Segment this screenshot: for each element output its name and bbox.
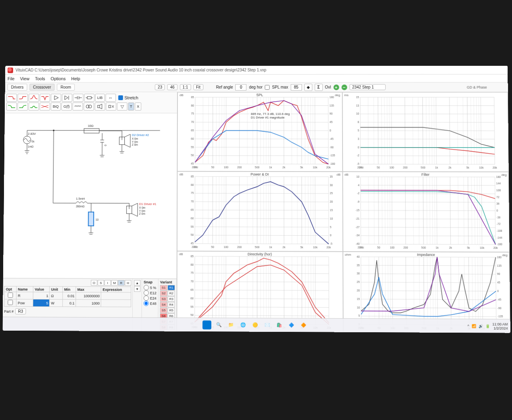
- tool-highpass[interactable]: [18, 94, 28, 102]
- var-r1[interactable]: R1: [167, 285, 175, 290]
- spl-max-input[interactable]: [291, 84, 302, 90]
- snap-e48[interactable]: E48: [144, 301, 156, 306]
- spl-max-checkbox[interactable]: [265, 85, 270, 89]
- snap-5pct[interactable]: 5 %: [144, 285, 156, 290]
- volume-icon[interactable]: 🔊: [479, 324, 483, 328]
- tool-speaker[interactable]: [95, 103, 105, 110]
- mode-s[interactable]: S: [98, 280, 104, 286]
- tool-gf[interactable]: G(f): [61, 103, 71, 110]
- sigma-icon[interactable]: Σ: [315, 83, 323, 91]
- snap-e24[interactable]: E24: [144, 296, 156, 301]
- mode-h[interactable]: H: [125, 280, 131, 286]
- tool-inductor[interactable]: [72, 103, 83, 110]
- chart-spl[interactable]: SPL dB deg 885 Hz, 77.3 dB, 110.6 deg D1…: [177, 92, 343, 172]
- start-icon[interactable]: [203, 320, 211, 329]
- ref-angle-input[interactable]: [235, 84, 246, 91]
- tool-biq[interactable]: BiQ: [51, 103, 61, 110]
- tray-chevron-icon[interactable]: ^: [467, 324, 469, 328]
- tab-drivers[interactable]: Drivers: [8, 84, 27, 91]
- tool-peak[interactable]: [29, 103, 39, 110]
- var-r5[interactable]: R5: [167, 308, 175, 313]
- tool-resistor[interactable]: [84, 94, 95, 102]
- menu-view[interactable]: View: [20, 76, 30, 81]
- l1[interactable]: 1.5mH 280mΩ: [76, 197, 91, 208]
- table-row[interactable]: Pow 5 W 0.1 1000: [4, 299, 131, 307]
- tool-cross[interactable]: [39, 103, 50, 110]
- param-table[interactable]: Opt Name Value Unit Min Max Expression R: [4, 286, 131, 307]
- menu-help[interactable]: Help: [71, 76, 80, 81]
- tool-transformer[interactable]: [83, 103, 94, 110]
- var-r2[interactable]: R2: [167, 291, 175, 296]
- mode-m[interactable]: M: [111, 280, 118, 286]
- tool-x[interactable]: X: [135, 103, 141, 110]
- tool-lib[interactable]: LIB: [95, 94, 105, 102]
- var-s1[interactable]: S1: [160, 285, 167, 290]
- tool-capacitor[interactable]: [73, 94, 83, 102]
- menu-file[interactable]: File: [8, 76, 15, 81]
- ovl-remove-button[interactable]: −: [341, 84, 347, 90]
- battery-icon[interactable]: 🔋: [485, 324, 490, 328]
- zoom-a[interactable]: 23: [155, 84, 165, 90]
- mode-r[interactable]: R: [118, 280, 124, 286]
- chart-power-di[interactable]: Power & DI dB dB 20501002005001k2k5k10k2…: [177, 172, 343, 252]
- var-r3[interactable]: R3: [167, 296, 175, 302]
- tool-play[interactable]: [51, 94, 61, 102]
- move-up-button[interactable]: ▲: [134, 280, 140, 286]
- stretch-checkbox[interactable]: [118, 95, 123, 100]
- var-r4[interactable]: R4: [167, 302, 175, 307]
- snap-e12[interactable]: E12: [144, 290, 156, 296]
- schematic-canvas[interactable]: 2.83V 0s 1mΩ 10Ω: [3, 113, 177, 279]
- clock-date[interactable]: 1/2/2024: [492, 326, 508, 330]
- tool-mute[interactable]: [106, 103, 116, 110]
- spinner-icon[interactable]: ◆: [304, 83, 312, 91]
- tool-t[interactable]: T: [128, 103, 134, 110]
- menu-tools[interactable]: Tools: [35, 76, 45, 81]
- opt-r-check[interactable]: [6, 292, 15, 298]
- move-down-button[interactable]: ▼: [134, 286, 140, 292]
- driver-2[interactable]: D2 Driver #2 X 0m Y 0m Z 0m: [119, 133, 149, 153]
- ovl-add-button[interactable]: +: [333, 84, 339, 90]
- zoom-ratio[interactable]: 1:1: [180, 84, 191, 90]
- chrome-icon[interactable]: 🟡: [251, 320, 260, 329]
- mode-o[interactable]: O: [91, 280, 97, 286]
- chart-gd-phase[interactable]: ms 20501002005001k2k5k10k20k-5-203581013…: [342, 92, 509, 172]
- search-icon[interactable]: 🔍: [215, 320, 223, 329]
- clock-time[interactable]: 11:00 AM: [492, 322, 508, 326]
- tool-arrow[interactable]: ↔: [105, 94, 116, 102]
- vituix-tb-icon[interactable]: 🔶: [299, 321, 308, 330]
- explorer-icon[interactable]: 📁: [226, 320, 235, 329]
- tool-tri[interactable]: ▽: [117, 103, 127, 110]
- zoom-b[interactable]: 46: [167, 84, 177, 90]
- tab-crossover[interactable]: Crossover: [30, 84, 55, 91]
- tab-room[interactable]: Room: [57, 84, 75, 91]
- tool-play-alt[interactable]: [62, 94, 72, 102]
- app-icon-tb[interactable]: 🔷: [287, 321, 296, 330]
- var-s4[interactable]: S4: [160, 302, 167, 307]
- var-s2[interactable]: S2: [160, 291, 167, 296]
- var-s3[interactable]: S3: [160, 296, 167, 302]
- tool-lowpass[interactable]: [6, 94, 17, 102]
- part-value[interactable]: R3: [15, 308, 26, 314]
- r-top[interactable]: 10Ω: [84, 124, 99, 133]
- zoom-fit[interactable]: Fit: [193, 84, 203, 90]
- edge-icon[interactable]: 🌐: [239, 320, 248, 329]
- vert-cap[interactable]: 0: [100, 133, 107, 157]
- opt-pow-check[interactable]: [6, 300, 15, 305]
- tool-bandpass[interactable]: [29, 94, 39, 102]
- svg-text:60: 60: [191, 217, 194, 219]
- var-s5[interactable]: S5: [160, 308, 167, 313]
- cap-selected[interactable]: 10: [88, 203, 98, 234]
- step-name[interactable]: 2342 Step 1: [349, 84, 386, 90]
- chart-filter[interactable]: Filter dB deg 20501002005001k2k5k10k20k-…: [343, 172, 510, 252]
- store-icon[interactable]: 🛍️: [275, 321, 284, 330]
- table-row[interactable]: R 1 Ω 0.01 10000000: [4, 292, 131, 300]
- tool-notch[interactable]: [40, 94, 50, 102]
- mail-icon[interactable]: ✉️: [263, 321, 272, 330]
- driver-1[interactable]: D1 Driver #1 X 0m Y 0m Z 0m: [126, 202, 156, 222]
- mode-i[interactable]: I: [104, 280, 111, 286]
- svg-text:85: 85: [191, 175, 194, 177]
- tool-shelf-lo[interactable]: [6, 103, 17, 110]
- menu-options[interactable]: Options: [51, 76, 66, 81]
- wifi-icon[interactable]: 📶: [472, 324, 476, 328]
- tool-shelf-hi[interactable]: [18, 103, 28, 110]
